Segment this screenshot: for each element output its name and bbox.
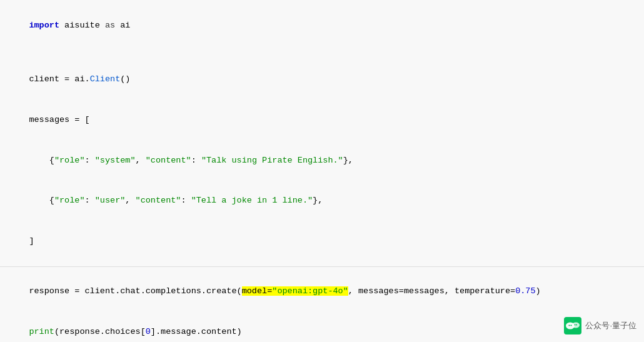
client-line: client = ai.Client()	[29, 74, 130, 84]
messages-line: messages = [	[29, 115, 89, 124]
watermark-text: 公众号·量子位	[585, 320, 636, 331]
page-container: import aisuite as ai client = ai.Client(…	[0, 0, 644, 342]
watermark: 公众号·量子位	[564, 317, 636, 334]
svg-point-2	[572, 323, 580, 328]
wechat-icon	[564, 317, 581, 334]
import-keyword: import	[29, 21, 59, 30]
svg-point-5	[575, 324, 576, 326]
as-keyword: as	[105, 21, 115, 30]
watermark-icon	[564, 317, 581, 334]
svg-point-4	[571, 324, 572, 326]
code-block-1: import aisuite as ai client = ai.Client(…	[0, 0, 644, 267]
svg-point-3	[569, 324, 570, 326]
code-block-2: response = client.chat.completions.creat…	[0, 267, 644, 342]
svg-point-6	[576, 324, 577, 326]
